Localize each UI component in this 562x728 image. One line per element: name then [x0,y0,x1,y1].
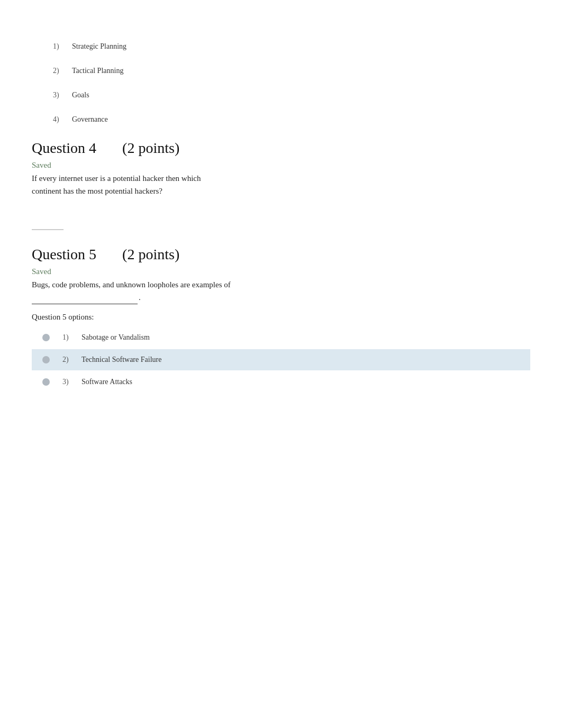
list-item[interactable]: 4) Governance [53,115,530,124]
question4-header: Question 4 (2 points) [32,140,530,157]
q3-options-list: 1) Strategic Planning 2) Tactical Planni… [53,42,530,124]
q5-options-list: 1) Sabotage or Vandalism 2) Technical So… [32,327,530,393]
option-text: Technical Software Failure [81,356,161,364]
list-item[interactable]: 3) Goals [53,91,530,99]
option-text: Goals [72,91,89,99]
list-item[interactable]: 2) Tactical Planning [53,67,530,75]
question5-saved: Saved [32,267,530,276]
question4-saved: Saved [32,161,530,170]
question4-title: Question 4 [32,140,96,156]
option-text: Software Attacks [81,378,132,386]
question4-points: (2 points) [122,140,179,156]
question5-options-label: Question 5 options: [32,313,530,322]
question5-section: Question 5 (2 points) Saved Bugs, code p… [32,246,530,393]
option-text: Strategic Planning [72,42,126,51]
option-radio[interactable] [42,334,50,341]
option-text: Tactical Planning [72,67,123,75]
list-item[interactable]: 2) Technical Software Failure [32,349,530,370]
section-divider [32,229,64,230]
list-item[interactable]: 3) Software Attacks [32,371,530,393]
option-number: 2) [62,356,81,364]
list-item[interactable]: 1) Strategic Planning [53,42,530,51]
question5-points: (2 points) [122,246,179,262]
option-text: Governance [72,115,108,124]
option-number: 1) [53,42,72,51]
option-radio[interactable] [42,378,50,386]
question4-text: If every internet user is a potential ha… [32,172,349,197]
option-number: 4) [53,115,72,124]
option-text: Sabotage or Vandalism [81,333,150,342]
option-number: 3) [53,91,72,99]
option-number: 3) [62,378,81,386]
list-item[interactable]: 1) Sabotage or Vandalism [32,327,530,348]
question5-title: Question 5 [32,246,96,262]
question5-text: Bugs, code problems, and unknown loophol… [32,278,349,304]
option-number: 1) [62,333,81,342]
option-radio[interactable] [42,356,50,363]
question4-section: Question 4 (2 points) Saved If every int… [32,140,530,197]
answer-blank [32,291,138,304]
question3-options: 1) Strategic Planning 2) Tactical Planni… [32,42,530,124]
option-number: 2) [53,67,72,75]
question5-header: Question 5 (2 points) [32,246,530,263]
